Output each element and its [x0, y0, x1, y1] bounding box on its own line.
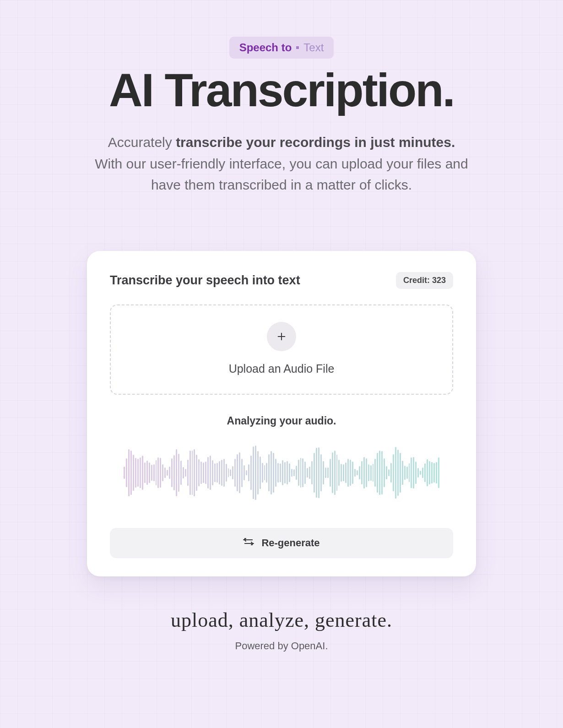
waveform-bar — [162, 464, 163, 481]
card-container: Transcribe your speech into text Credit:… — [0, 223, 563, 586]
subtitle-lead: Accurately — [108, 135, 176, 150]
powered-by-text: Powered by OpenAI. — [171, 640, 392, 652]
waveform-bar — [289, 463, 290, 482]
waveform-bar — [268, 454, 270, 491]
waveform-bar — [246, 470, 247, 475]
waveform-bar — [424, 463, 426, 482]
waveform-bar — [185, 469, 186, 477]
waveform-bar — [239, 452, 240, 493]
upload-dropzone[interactable]: Upload an Audio File — [110, 304, 453, 395]
waveform-bar — [404, 466, 406, 480]
page-title: AI Transcription. — [18, 67, 545, 114]
waveform-bar — [130, 451, 132, 495]
waveform-bar — [275, 459, 276, 487]
waveform-bar — [431, 462, 433, 484]
waveform-bar — [173, 455, 175, 490]
waveform-bar — [260, 456, 261, 489]
card-header: Transcribe your speech into text Credit:… — [110, 272, 453, 289]
waveform-bar — [397, 450, 399, 496]
waveform-bar — [388, 469, 390, 476]
waveform-bar — [226, 464, 227, 482]
waveform-bar — [203, 462, 204, 483]
waveform-bar — [296, 466, 297, 480]
waveform-bar — [345, 462, 346, 483]
waveform-bar — [164, 467, 166, 478]
waveform-bar — [135, 458, 136, 488]
waveform-bar — [277, 463, 279, 483]
hero-section: Speech to Text AI Transcription. Accurat… — [0, 0, 563, 223]
waveform-bar — [151, 465, 152, 480]
waveform-bar — [366, 458, 367, 487]
waveform-bar — [255, 445, 256, 500]
waveform-bar — [183, 467, 184, 478]
waveform-bar — [156, 460, 157, 485]
waveform-bar — [427, 459, 428, 487]
waveform-bar — [302, 458, 303, 487]
waveform-bar — [144, 462, 146, 483]
waveform-bar — [153, 464, 155, 481]
waveform-bar — [176, 449, 177, 496]
waveform-bar — [189, 451, 191, 494]
badge-right-text: Text — [303, 41, 324, 54]
waveform-bar — [180, 461, 182, 485]
waveform-bar — [187, 460, 189, 486]
waveform-bar — [370, 465, 372, 481]
waveform-bar — [400, 453, 401, 493]
waveform-bar — [327, 467, 329, 478]
waveform-bar — [314, 453, 315, 493]
waveform-bar — [336, 455, 338, 491]
waveform-bar — [178, 454, 179, 491]
waveform-bar — [429, 461, 430, 484]
waveform-bar — [291, 469, 292, 477]
waveform-bar — [374, 459, 376, 487]
waveform-bar — [298, 460, 299, 486]
waveform-bar — [325, 467, 326, 478]
waveform-bar — [316, 448, 317, 498]
waveform-bar — [250, 456, 252, 490]
waveform-bar — [248, 464, 249, 481]
page-subtitle: Accurately transcribe your recordings in… — [94, 132, 469, 196]
waveform-bar — [377, 453, 378, 492]
waveform-bar — [381, 451, 383, 494]
waveform-bar — [124, 467, 125, 478]
waveform-bar — [352, 462, 353, 484]
waveform-bar — [253, 446, 254, 499]
dot-separator-icon — [296, 46, 299, 49]
waveform-bar — [219, 461, 220, 484]
regenerate-button[interactable]: Re-generate — [110, 528, 453, 558]
waveform-bar — [436, 462, 437, 484]
waveform-bar — [330, 459, 331, 487]
waveform-bar — [359, 466, 360, 479]
waveform-bar — [244, 465, 245, 480]
card-title: Transcribe your speech into text — [110, 273, 300, 288]
status-text: Analyzing your audio. — [110, 415, 453, 427]
waveform-bar — [273, 453, 274, 493]
waveform-bar — [192, 451, 193, 494]
transcription-card: Transcribe your speech into text Credit:… — [87, 251, 476, 576]
waveform-bar — [280, 463, 281, 482]
waveform-bar — [140, 457, 141, 488]
waveform-bar — [300, 458, 302, 487]
badge-left-text: Speech to — [239, 41, 292, 54]
waveform-bar — [343, 464, 344, 481]
waveform-bar — [264, 465, 265, 481]
waveform-bar — [438, 457, 439, 489]
regenerate-label: Re-generate — [261, 537, 319, 549]
waveform-bar — [393, 454, 394, 491]
waveform-bar — [368, 464, 369, 481]
waveform-bar — [384, 458, 385, 488]
waveform-bar — [415, 462, 417, 484]
waveform-bar — [311, 461, 313, 485]
waveform-bar — [361, 461, 363, 485]
waveform-bar — [373, 464, 374, 482]
waveform-bar — [309, 467, 310, 479]
waveform-bar — [271, 451, 272, 494]
footer-section: upload, analyze, generate. Powered by Op… — [162, 586, 401, 689]
waveform-bar — [214, 463, 216, 482]
waveform-bar — [210, 456, 211, 490]
waveform-bar — [402, 461, 403, 485]
waveform-bar — [304, 462, 306, 484]
waveform-bar — [221, 460, 222, 486]
waveform-bar — [196, 455, 197, 491]
waveform-bar — [350, 460, 351, 486]
